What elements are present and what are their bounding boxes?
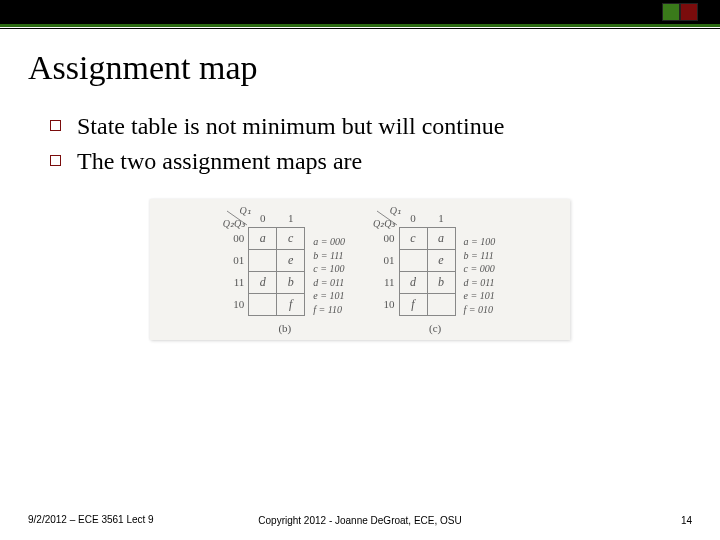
col-var: Q₁ bbox=[390, 205, 401, 216]
caption: (c) bbox=[429, 322, 441, 334]
footer-copyright: Copyright 2012 - Joanne DeGroat, ECE, OS… bbox=[0, 515, 720, 526]
bullet-icon bbox=[50, 155, 61, 166]
accent-line bbox=[0, 24, 720, 27]
bullet-icon bbox=[50, 120, 61, 131]
bullet-list: State table is not minimum but will cont… bbox=[50, 111, 680, 177]
col-var: Q₁ bbox=[240, 205, 251, 216]
bullet-text: The two assignment maps are bbox=[77, 146, 362, 177]
decoration-square-green bbox=[662, 3, 680, 21]
kmap-b: Q₁ Q₂Q₃ 0 1 00ac 01e 11db 10f a = 000 b … bbox=[225, 209, 345, 334]
divider-line bbox=[0, 28, 720, 29]
list-item: State table is not minimum but will cont… bbox=[50, 111, 680, 142]
bullet-text: State table is not minimum but will cont… bbox=[77, 111, 504, 142]
caption: (b) bbox=[278, 322, 291, 334]
decoration-square-red bbox=[680, 3, 698, 21]
kmap-table: Q₁ Q₂Q₃ 0 1 00ac 01e 11db 10f bbox=[225, 209, 306, 316]
list-item: The two assignment maps are bbox=[50, 146, 680, 177]
assignment-list: a = 100 b = 111 c = 000 d = 011 e = 101 … bbox=[464, 235, 496, 316]
kmap-c: Q₁ Q₂Q₃ 0 1 00ca 01e 11db 10f a = 100 b … bbox=[375, 209, 495, 334]
assignment-list: a = 000 b = 111 c = 100 d = 011 e = 101 … bbox=[313, 235, 345, 316]
title-bar bbox=[0, 0, 720, 24]
row-var: Q₂Q₃ bbox=[373, 218, 395, 229]
footer-page-number: 14 bbox=[681, 515, 692, 526]
page-title: Assignment map bbox=[28, 49, 720, 87]
figure-area: Q₁ Q₂Q₃ 0 1 00ac 01e 11db 10f a = 000 b … bbox=[150, 199, 570, 340]
kmap-table: Q₁ Q₂Q₃ 0 1 00ca 01e 11db 10f bbox=[375, 209, 456, 316]
row-var: Q₂Q₃ bbox=[223, 218, 245, 229]
